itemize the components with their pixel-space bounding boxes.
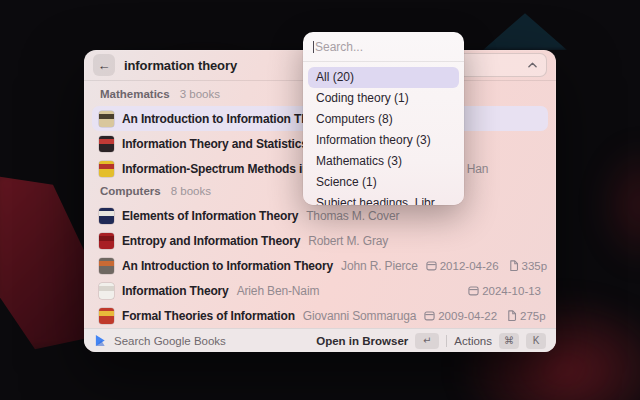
book-cover-icon xyxy=(99,258,114,274)
list-item[interactable]: Formal Theories of InformationGiovanni S… xyxy=(92,303,548,328)
calendar-icon xyxy=(468,285,479,296)
book-title: An Introduction to Information Theory xyxy=(122,112,333,126)
page-count-value: 335p xyxy=(522,260,548,272)
dropdown-search-placeholder: Search... xyxy=(315,40,363,54)
book-cover-accent xyxy=(99,211,114,216)
publish-date-value: 2012-04-26 xyxy=(440,260,499,272)
book-title: Information Theory xyxy=(122,284,229,298)
book-title: Information Theory and Statistics xyxy=(122,137,308,151)
section-count: 3 books xyxy=(180,88,220,100)
dropdown-option[interactable]: Coding theory (1) xyxy=(308,88,459,109)
chevron-up-icon xyxy=(528,62,537,68)
dropdown-option[interactable]: Information theory (3) xyxy=(308,130,459,151)
book-cover-accent xyxy=(99,139,114,144)
footer-bar: Search Google Books Open in Browser ↵ Ac… xyxy=(84,328,556,352)
book-title: Elements of Information Theory xyxy=(122,209,298,223)
calendar-icon xyxy=(424,310,435,321)
return-key-icon: ↵ xyxy=(415,333,439,349)
dropdown-option[interactable]: Science (1) xyxy=(308,172,459,193)
book-cover-accent xyxy=(99,286,114,291)
back-arrow-icon: ← xyxy=(98,58,111,73)
dropdown-options-list: All (20)Coding theory (1)Computers (8)In… xyxy=(303,62,464,205)
book-cover-accent xyxy=(99,311,114,316)
actions-button[interactable]: Actions xyxy=(454,335,492,347)
dropdown-option[interactable]: Subject headings, Library of Con… xyxy=(308,193,459,205)
text-cursor xyxy=(313,41,314,53)
section-name: Mathematics xyxy=(100,88,170,100)
book-cover-icon xyxy=(99,283,114,299)
page-count-value: 275p xyxy=(520,310,546,322)
page-icon xyxy=(507,310,517,321)
book-cover-accent xyxy=(99,261,114,266)
list-item[interactable]: An Introduction to Information TheoryJoh… xyxy=(92,253,548,278)
book-author: Robert M. Gray xyxy=(308,234,388,248)
book-author: Giovanni Sommaruga xyxy=(303,309,416,323)
dropdown-search-input[interactable]: Search... xyxy=(303,32,464,61)
book-title: An Introduction to Information Theory xyxy=(122,259,333,273)
filter-dropdown-panel: Search... All (20)Coding theory (1)Compu… xyxy=(303,32,464,205)
publish-date-value: 2024-10-13 xyxy=(482,285,541,297)
dropdown-option[interactable]: All (20) xyxy=(308,67,459,88)
wallpaper-teal-triangle xyxy=(483,10,567,50)
list-item[interactable]: Elements of Information TheoryThomas M. … xyxy=(92,203,548,228)
publish-date-value: 2009-04-22 xyxy=(438,310,497,322)
dropdown-option[interactable]: Computers (8) xyxy=(308,109,459,130)
google-books-icon xyxy=(94,334,107,347)
book-title: Entropy and Information Theory xyxy=(122,234,300,248)
book-author: John R. Pierce xyxy=(341,259,418,273)
k-key-icon: K xyxy=(526,333,546,349)
back-button[interactable]: ← xyxy=(93,54,115,76)
section-name: Computers xyxy=(100,185,161,197)
dropdown-option[interactable]: Mathematics (3) xyxy=(308,151,459,172)
book-title: Formal Theories of Information xyxy=(122,309,295,323)
book-author: Arieh Ben-Naim xyxy=(237,284,320,298)
page-icon xyxy=(509,260,519,271)
book-cover-icon xyxy=(99,111,114,127)
search-query[interactable]: information theory xyxy=(124,58,237,73)
list-item[interactable]: Information TheoryArieh Ben-Naim2024-10-… xyxy=(92,278,548,303)
book-cover-accent xyxy=(99,164,114,169)
source-label: Search Google Books xyxy=(114,335,226,347)
book-meta: 2024-10-13 xyxy=(468,285,541,297)
book-cover-accent xyxy=(99,236,114,241)
book-meta: 2009-04-22275p xyxy=(424,310,545,322)
book-cover-icon xyxy=(99,136,114,152)
list-item[interactable]: Entropy and Information TheoryRobert M. … xyxy=(92,228,548,253)
footer-divider xyxy=(446,335,447,347)
publish-date: 2009-04-22 xyxy=(424,310,497,322)
book-meta: 2012-04-26335p xyxy=(426,260,547,272)
page-count: 335p xyxy=(509,260,548,272)
section-count: 8 books xyxy=(171,185,211,197)
book-author: Thomas M. Cover xyxy=(306,209,399,223)
book-cover-icon xyxy=(99,308,114,324)
open-in-browser-action[interactable]: Open in Browser xyxy=(316,335,408,347)
book-cover-accent xyxy=(99,114,114,119)
command-key-icon: ⌘ xyxy=(499,333,519,349)
wallpaper-red-glow-right xyxy=(595,140,640,270)
book-cover-icon xyxy=(99,208,114,224)
publish-date: 2012-04-26 xyxy=(426,260,499,272)
publish-date: 2024-10-13 xyxy=(468,285,541,297)
book-cover-icon xyxy=(99,233,114,249)
calendar-icon xyxy=(426,260,437,271)
book-cover-icon xyxy=(99,161,114,177)
page-count: 275p xyxy=(507,310,546,322)
